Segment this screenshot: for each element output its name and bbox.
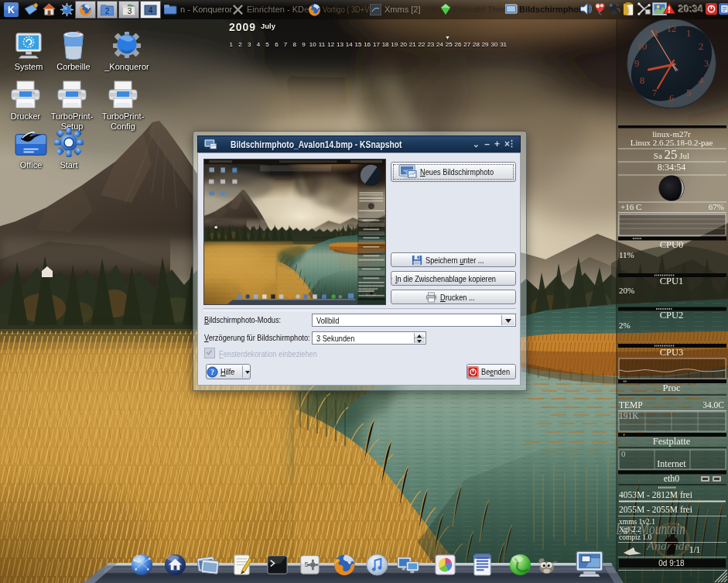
svg-text:4: 4 <box>149 6 153 15</box>
svg-text:?: ? <box>211 369 215 376</box>
svg-text:3: 3 <box>128 7 132 15</box>
svg-text:K: K <box>8 5 15 15</box>
svg-text:2: 2 <box>105 7 110 15</box>
